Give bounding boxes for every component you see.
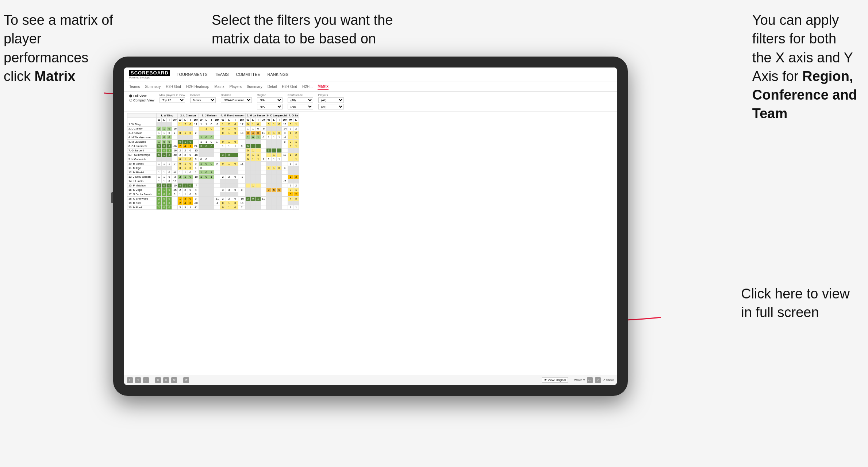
matrix-cell: 0 [193,197,199,201]
matrix-cell [167,166,172,170]
matrix-cell [261,153,266,157]
matrix-cell: 0 [172,192,178,197]
matrix-cell [266,179,271,184]
subnav-h2h2[interactable]: H2H... [302,85,312,90]
nav-tournaments[interactable]: TOURNAMENTS [177,72,208,77]
matrix-cell [261,184,266,188]
matrix-cell: 1 [157,170,162,175]
zoom-icon[interactable]: ⊕ [155,377,161,383]
subnav-matrix[interactable]: Matrix [214,85,224,90]
undo-icon[interactable]: ↩ [127,377,133,383]
matrix-cell: 1 [288,131,293,135]
max-players-select[interactable]: Top 25 [160,97,185,103]
matrix-cell [193,179,199,184]
matrix-cell [232,135,238,140]
matrix-cell: 4 [193,188,199,192]
nav-committee[interactable]: COMMITTEE [236,72,260,77]
region-select-1[interactable]: N/A [257,97,283,103]
matrix-cell: 1 [256,153,261,157]
matrix-cell: 0 [250,135,256,140]
matrix-cell: 1 [293,205,299,210]
screen-icon[interactable]: ⛶ [587,377,593,383]
fullscreen-icon[interactable]: ⤢ [595,377,601,383]
nav-teams[interactable]: TEAMS [215,72,229,77]
matrix-cell [245,140,250,144]
matrix-cell: 2 [167,153,172,157]
settings-icon[interactable]: ⚙ [171,377,177,383]
matrix-row: 5. M La Sasso1006101101010601 [127,140,299,144]
matrix-cell: 0 [188,162,193,166]
watch-button[interactable]: Watch ▾ [574,378,585,382]
col-header-4: 4. M Thorbjornsen [220,113,245,118]
logo-sub-text: Powered by clippd [129,76,170,79]
matrix-cell: 1 [183,131,188,135]
matrix-cell: 1 [250,122,256,127]
conference-select-2[interactable]: (All) [288,104,313,109]
view-original-button[interactable]: 👁 View: Original [542,377,568,383]
matrix-cell: 1 [293,122,299,127]
matrix-cell [214,127,220,131]
matrix-cell: 0 [167,131,172,135]
matrix-cell: 1 [226,127,232,131]
matrix-cell [199,188,204,192]
matrix-cell [277,140,282,144]
sh-t1: T [167,118,172,122]
matrix-cell: 1 [209,175,214,179]
matrix-cell [261,205,266,210]
conference-select-1[interactable]: (All) [288,97,313,103]
matrix-cell [226,166,232,170]
division-filter: Division NCAA Division I [221,93,252,103]
subnav-matrix-active[interactable]: Matrix [318,84,328,90]
region-select-2[interactable]: N/A [257,104,283,109]
subnav-summary[interactable]: Summary [145,85,161,90]
subnav-h2h-heatmap[interactable]: H2H Heatmap [186,85,209,90]
matrix-cell [220,135,226,140]
subnav-h2h-grid2[interactable]: H2H Grid [282,85,297,90]
matrix-cell [277,175,282,179]
matrix-cell: 6 [245,144,250,148]
matrix-container[interactable]: 1. W Ding 2. L Clanton 3. J Koivun 4. M … [124,112,617,385]
matrix-cell [256,175,261,179]
subnav-h2h-grid[interactable]: H2H Grid [166,85,181,90]
refresh-icon[interactable]: ⟳ [183,377,189,383]
sh-d3: Dif [214,118,220,122]
matrix-cell: 2 [183,122,188,127]
matrix-cell: 4 [250,131,256,135]
matrix-cell: 0 [188,201,193,205]
matrix-cell [214,144,220,148]
matrix-cell: 1 [250,127,256,131]
fit-icon[interactable]: ⊞ [163,377,169,383]
nav-rankings[interactable]: RANKINGS [268,72,288,77]
matrix-cell: 5 [271,188,276,192]
matrix-cell [266,197,271,201]
compact-view-radio[interactable]: Compact View [129,99,154,102]
matrix-cell: -11 [214,197,220,201]
subnav-teams[interactable]: Teams [129,85,140,90]
subnav-summary2[interactable]: Summary [247,85,262,90]
subnav-players[interactable]: Players [230,85,242,90]
matrix-cell [293,148,299,153]
matrix-cell: 3 [157,188,162,192]
share-button[interactable]: ↗ Share [603,378,614,382]
matrix-row: 15. P Maichon300-19410-7122 [127,184,299,188]
matrix-cell: 0 [238,144,245,148]
subheader-empty [127,118,157,122]
full-view-radio[interactable]: Full View [129,94,154,98]
back-icon[interactable]: ← [143,377,149,383]
gender-select[interactable]: Men's [190,97,216,103]
matrix-cell [238,179,245,184]
matrix-cell [282,205,288,210]
division-select[interactable]: NCAA Division I [221,97,252,103]
players-select-2[interactable]: (All) [318,104,344,109]
matrix-cell [261,148,266,153]
annotation-top-center: Select the filters you want the matrix d… [212,11,393,49]
matrix-cell [282,148,288,153]
matrix-cell [204,192,209,197]
subnav-detail[interactable]: Detail [268,85,277,90]
players-select-1[interactable]: (All) [318,97,344,103]
matrix-cell: 1 [288,205,293,210]
matrix-cell: 1 [162,131,167,135]
matrix-cell: -19 [193,175,199,179]
matrix-cell: 11 [238,162,245,166]
redo-icon[interactable]: ↪ [135,377,141,383]
